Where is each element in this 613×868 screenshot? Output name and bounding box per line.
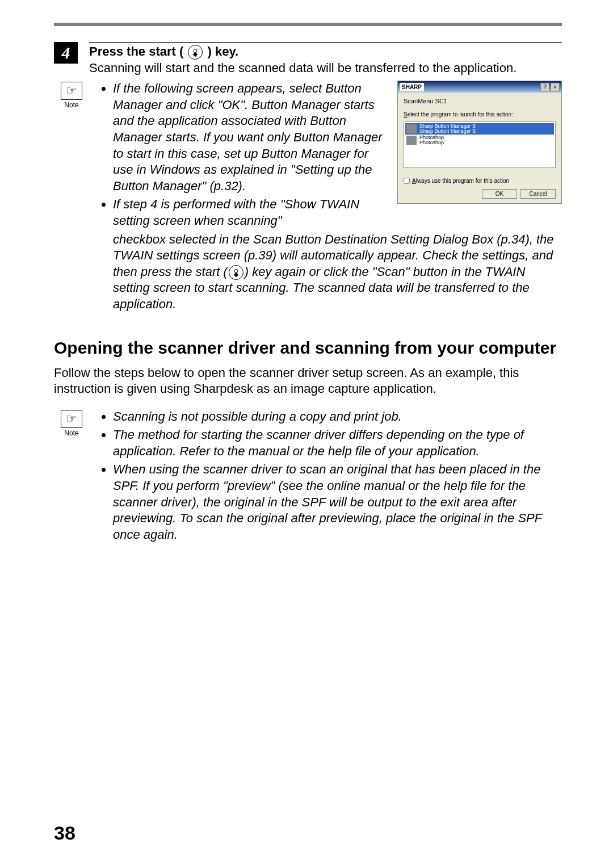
- note-icon-box: ☞: [61, 410, 82, 428]
- dialog-brand: SHARP: [400, 83, 424, 91]
- note2-content: Scanning is not possible during a copy a…: [89, 409, 562, 546]
- section-heading: Opening the scanner driver and scanning …: [54, 338, 562, 358]
- program-list[interactable]: Sharp Button Manager S Sharp Button Mana…: [404, 121, 556, 168]
- hand-icon: ☞: [66, 412, 77, 426]
- dialog-bottom: Always use this program for this action …: [398, 173, 561, 203]
- dialog-titlebar: SHARP ? ×: [398, 81, 561, 93]
- step-content: Press the start ( ) key. Scanning will s…: [89, 42, 562, 76]
- note-icon-wrap: ☞ Note: [54, 82, 89, 109]
- note2-bullet2: The method for starting the scanner driv…: [113, 427, 562, 459]
- dialog-buttons: OK Cancel: [404, 189, 556, 199]
- note2-bullet1: Scanning is not possible during a copy a…: [113, 409, 562, 425]
- item2-line2: Photoshop: [419, 140, 444, 145]
- item1-line2: Sharp Button Manager S: [419, 129, 476, 134]
- note1-row: If the following screen appears, select …: [100, 81, 562, 231]
- hand-icon: ☞: [66, 83, 77, 98]
- program-launch-dialog: SHARP ? × ScanMenu SC1 Select the progra…: [397, 81, 562, 204]
- dialog-subtitle: ScanMenu SC1: [404, 97, 556, 105]
- step-description: Scanning will start and the scanned data…: [89, 60, 562, 77]
- always-use-checkbox[interactable]: Always use this program for this action: [404, 177, 556, 184]
- note2-list: Scanning is not possible during a copy a…: [100, 409, 562, 543]
- note1-bullet2-firstline: If step 4 is performed with the "Show TW…: [113, 197, 359, 228]
- note1-bullet-text: If the following screen appears, select …: [100, 81, 387, 231]
- note-icon-box: ☞: [61, 82, 82, 100]
- dialog-body: ScanMenu SC1 Select the program to launc…: [398, 93, 561, 173]
- note1-bullet2-continuation: checkbox selected in the Scan Button Des…: [113, 232, 562, 313]
- step-title: Press the start ( ) key.: [89, 44, 562, 60]
- list-item-photoshop[interactable]: Photoshop Photoshop: [405, 135, 554, 146]
- list-item-button-manager[interactable]: Sharp Button Manager S Sharp Button Mana…: [405, 123, 554, 135]
- start-key-icon: [229, 265, 243, 280]
- note-section-1: ☞ Note If the following screen appears, …: [54, 81, 562, 312]
- step-number-badge: 4: [54, 42, 78, 64]
- note-label: Note: [54, 101, 89, 109]
- section-description: Follow the steps below to open the scann…: [54, 365, 562, 397]
- step-title-prefix: Press the start (: [89, 44, 183, 58]
- note1-bullet1: If the following screen appears, select …: [113, 81, 387, 194]
- page-number: 38: [54, 822, 75, 844]
- list-item-text: Sharp Button Manager S Sharp Button Mana…: [419, 124, 476, 134]
- note-icon-wrap: ☞ Note: [54, 410, 89, 437]
- top-gray-bar: [54, 23, 562, 26]
- checkbox-label: Always use this program for this action: [412, 177, 509, 184]
- program-icon: [406, 124, 417, 133]
- close-icon[interactable]: ×: [551, 83, 560, 91]
- step-title-suffix: ) key.: [208, 44, 239, 58]
- note1-list: If the following screen appears, select …: [100, 81, 387, 229]
- note1-content: If the following screen appears, select …: [100, 81, 562, 312]
- note1-bullet2-start: If step 4 is performed with the "Show TW…: [113, 196, 387, 229]
- program-icon: [406, 136, 417, 145]
- step-4-block: 4 Press the start ( ) key. Scanning will…: [54, 42, 562, 76]
- start-key-icon: [188, 45, 203, 60]
- cancel-button[interactable]: Cancel: [520, 189, 556, 199]
- list-item-text: Photoshop Photoshop: [419, 135, 444, 145]
- help-icon[interactable]: ?: [540, 83, 549, 91]
- checkbox-input[interactable]: [404, 178, 410, 184]
- note-section-2: ☞ Note Scanning is not possible during a…: [54, 409, 562, 546]
- dialog-prompt: Select the program to launch for this ac…: [404, 111, 556, 118]
- ok-button[interactable]: OK: [482, 189, 517, 199]
- note-label: Note: [54, 429, 89, 437]
- note2-bullet3: When using the scanner driver to scan an…: [113, 462, 562, 543]
